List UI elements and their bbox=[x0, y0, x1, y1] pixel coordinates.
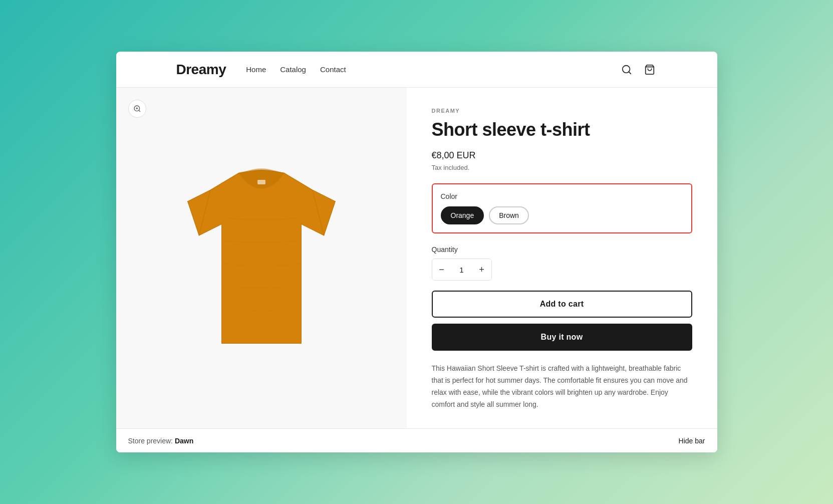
hide-bar-button[interactable]: Hide bar bbox=[679, 437, 705, 445]
product-details: DREAMY Short sleeve t-shirt €8,00 EUR Ta… bbox=[407, 88, 717, 428]
search-icon bbox=[621, 64, 632, 75]
bottom-bar: Store preview: Dawn Hide bar bbox=[116, 428, 717, 452]
quantity-decrease-button[interactable]: − bbox=[432, 259, 451, 280]
quantity-section: Quantity − 1 + bbox=[432, 245, 692, 281]
zoom-button[interactable] bbox=[128, 100, 146, 118]
add-to-cart-button[interactable]: Add to cart bbox=[432, 291, 692, 318]
quantity-label: Quantity bbox=[432, 245, 692, 254]
store-window: Dreamy Home Catalog Contact bbox=[116, 52, 717, 452]
product-price: €8,00 EUR bbox=[432, 150, 692, 161]
svg-line-1 bbox=[629, 72, 631, 74]
nav-catalog[interactable]: Catalog bbox=[280, 65, 306, 74]
quantity-increase-button[interactable]: + bbox=[472, 259, 491, 280]
main-nav: Home Catalog Contact bbox=[246, 65, 346, 74]
brand-name: Dreamy bbox=[176, 62, 226, 78]
cart-icon bbox=[644, 64, 655, 75]
nav-contact[interactable]: Contact bbox=[320, 65, 346, 74]
color-orange-button[interactable]: Orange bbox=[441, 206, 484, 224]
cart-button[interactable] bbox=[642, 62, 657, 77]
theme-name: Dawn bbox=[175, 437, 193, 445]
quantity-control: − 1 + bbox=[432, 259, 492, 281]
search-button[interactable] bbox=[619, 62, 634, 77]
product-image-section bbox=[116, 88, 407, 428]
svg-line-4 bbox=[139, 110, 140, 112]
header: Dreamy Home Catalog Contact bbox=[116, 52, 717, 88]
product-description: This Hawaiian Short Sleeve T-shirt is cr… bbox=[432, 363, 692, 410]
product-title: Short sleeve t-shirt bbox=[432, 119, 692, 140]
color-option-section: Color Orange Brown bbox=[432, 183, 692, 233]
product-image bbox=[176, 150, 347, 366]
quantity-value: 1 bbox=[451, 266, 472, 274]
color-options: Orange Brown bbox=[441, 206, 683, 224]
store-preview-label: Store preview: bbox=[128, 437, 175, 445]
tax-info: Tax included. bbox=[432, 164, 692, 171]
header-icons bbox=[619, 62, 657, 77]
store-preview-text: Store preview: Dawn bbox=[128, 437, 194, 445]
color-label: Color bbox=[441, 192, 683, 200]
vendor-label: DREAMY bbox=[432, 108, 692, 114]
main-content: DREAMY Short sleeve t-shirt €8,00 EUR Ta… bbox=[116, 88, 717, 428]
zoom-icon bbox=[133, 105, 141, 113]
color-brown-button[interactable]: Brown bbox=[489, 206, 529, 224]
buy-now-button[interactable]: Buy it now bbox=[432, 324, 692, 351]
svg-rect-7 bbox=[257, 180, 265, 184]
nav-home[interactable]: Home bbox=[246, 65, 266, 74]
